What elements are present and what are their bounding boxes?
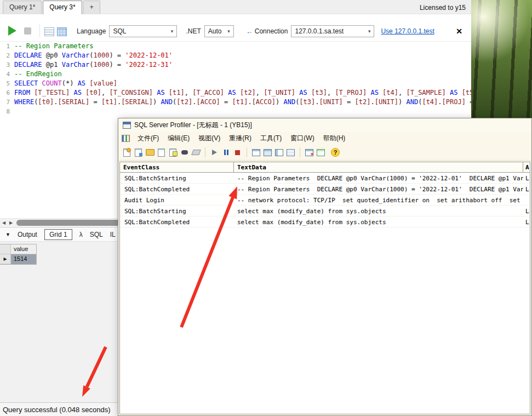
result-grid-data-row[interactable]: ▶ 1514 xyxy=(0,254,36,264)
stop-button[interactable] xyxy=(20,24,35,38)
code-token: . xyxy=(315,98,319,106)
code-token: = xyxy=(89,98,101,106)
line-number: 8 xyxy=(0,107,14,116)
trace-textdata-cell: -- Region Parameters DECLARE @p0 VarChar… xyxy=(234,184,523,194)
query-tab-query-1[interactable]: Query 1* xyxy=(3,1,42,14)
trace-column-header-1[interactable]: EventClass xyxy=(120,162,234,172)
code-token: VarChar xyxy=(62,52,90,59)
trace-document-icon[interactable] xyxy=(122,135,130,142)
editor-line[interactable]: 4-- EndRegion xyxy=(0,70,471,79)
results-grid-view-icon[interactable] xyxy=(57,27,67,36)
language-select[interactable]: SQL ▾ xyxy=(109,25,177,37)
code-token: [t1] xyxy=(232,98,248,106)
grouped-view-icon[interactable] xyxy=(286,148,295,157)
code-text: -- Region Parameters xyxy=(14,42,94,51)
window-view-icon-1[interactable] xyxy=(251,148,261,157)
play-icon xyxy=(8,26,16,36)
code-token: VarChar xyxy=(62,61,90,69)
editor-line[interactable]: 8 xyxy=(0,107,471,116)
profiler-menu-item-6[interactable]: 窗口(W) xyxy=(286,132,318,145)
stop-trace-icon[interactable] xyxy=(233,148,242,157)
close-query-icon[interactable]: ✕ xyxy=(456,27,462,36)
code-token: [t0] xyxy=(85,89,101,96)
code-token: ) xyxy=(153,98,161,106)
dotnet-select[interactable]: Auto ▾ xyxy=(204,25,234,37)
profiler-menu-item-2[interactable]: 编辑(E) xyxy=(163,132,194,145)
find-icon[interactable] xyxy=(180,148,189,157)
profiler-title-bar[interactable]: SQL Server Profiler - [无标题 - 1 (YB15)] xyxy=(118,118,531,132)
profiler-menu-item-3[interactable]: 视图(V) xyxy=(194,132,225,145)
line-number: 3 xyxy=(0,60,14,70)
use-connection-link[interactable]: Use 127.0.0.1.test xyxy=(381,27,434,35)
start-trace-icon[interactable] xyxy=(210,148,219,157)
clear-window-icon[interactable] xyxy=(305,148,314,157)
code-token: [ACCO] xyxy=(196,98,220,106)
grid-cell-value[interactable]: 1514 xyxy=(11,254,36,264)
save-trace-icon[interactable] xyxy=(157,148,166,157)
trace-textdata-cell: select max (modify_date) from sys.object… xyxy=(234,206,523,216)
grid-corner-cell[interactable] xyxy=(0,244,11,254)
open-trace-icon[interactable] xyxy=(145,148,155,157)
trace-column-header-3[interactable]: A xyxy=(523,162,530,172)
filter-icon[interactable] xyxy=(316,148,325,157)
editor-line[interactable]: 6FROM [T_TESTL] AS [t0], [T_CONSIGN] AS … xyxy=(0,88,471,98)
profiler-menu-item-1[interactable]: 文件(F) xyxy=(133,132,163,145)
code-token: = xyxy=(466,98,471,106)
output-tab-grid-1[interactable]: Grid 1 xyxy=(44,229,72,240)
trace-grid-empty-area xyxy=(120,227,530,414)
code-token: . xyxy=(54,98,58,106)
help-icon[interactable]: ? xyxy=(331,148,340,157)
code-token: -- EndRegion xyxy=(14,70,62,78)
editor-line[interactable]: 5SELECT COUNT(*) AS [value] xyxy=(0,79,471,88)
trace-row[interactable]: SQL:BatchCompleted-- Region Parameters D… xyxy=(120,184,530,195)
code-token: [T_ACCO] xyxy=(192,89,224,96)
code-token: [SERIAL] xyxy=(58,98,90,106)
code-token: AND xyxy=(283,98,295,106)
trace-row[interactable]: Audit Login-- network protocol: TCP/IP s… xyxy=(120,195,530,206)
trace-eventclass-cell: SQL:BatchStarting xyxy=(120,206,234,216)
collapse-panel-icon[interactable]: ▼ xyxy=(5,232,10,237)
profiler-menu-item-4[interactable]: 重播(R) xyxy=(225,132,256,145)
code-token: ( xyxy=(89,52,93,59)
code-token: COUNT xyxy=(42,79,62,87)
code-token: AS xyxy=(157,89,164,96)
grid-column-header[interactable]: value xyxy=(11,244,36,254)
connection-select[interactable]: 127.0.0.1.sa.test ▾ xyxy=(291,25,374,37)
new-template-icon[interactable] xyxy=(134,148,143,157)
query-tab-new-tab[interactable]: + xyxy=(83,1,100,14)
autoscroll-icon[interactable] xyxy=(274,148,284,157)
toolbar-separator xyxy=(39,24,40,37)
trace-row[interactable]: SQL:BatchStartingselect max (modify_date… xyxy=(120,206,530,216)
editor-line[interactable]: 3DECLARE @p1 VarChar(1000) = '2022-12-31… xyxy=(0,60,471,70)
output-tab-sql[interactable]: SQL xyxy=(90,231,103,238)
profiler-menu-item-7[interactable]: 帮助(H) xyxy=(319,132,350,145)
row-marker-icon[interactable]: ▶ xyxy=(0,254,11,264)
code-token: ( xyxy=(89,61,93,69)
trace-row[interactable]: SQL:BatchCompletedselect max (modify_dat… xyxy=(120,216,530,227)
code-text: FROM [T_TESTL] AS [t0], [T_CONSIGN] AS [… xyxy=(14,88,471,98)
new-trace-icon[interactable] xyxy=(122,148,131,157)
trace-properties-icon[interactable] xyxy=(168,148,178,157)
scroll-left-icon[interactable]: ◀ xyxy=(0,219,8,227)
scroll-right-icon[interactable]: ▶ xyxy=(7,219,15,227)
output-tab-il[interactable]: IL xyxy=(110,231,116,238)
code-token: , xyxy=(101,89,109,96)
editor-line[interactable]: 2DECLARE @p0 VarChar(1000) = '2022-12-01… xyxy=(0,51,471,60)
code-token xyxy=(236,89,240,96)
dotnet-value: Auto xyxy=(208,27,225,35)
run-button[interactable] xyxy=(4,24,20,38)
code-token: '2022-12-31' xyxy=(125,61,173,69)
editor-line[interactable]: 1-- Region Parameters xyxy=(0,42,471,51)
output-tab-lambda[interactable]: λ xyxy=(79,231,83,238)
editor-line[interactable]: 7WHERE([t0].[SERIAL] = [t1].[SERIAL]) AN… xyxy=(0,98,471,107)
code-token: [t1] xyxy=(169,89,185,96)
results-text-view-icon[interactable] xyxy=(44,27,54,36)
clear-trace-icon[interactable] xyxy=(191,148,201,157)
pause-trace-icon[interactable] xyxy=(221,148,231,157)
output-tab-output[interactable]: Output xyxy=(18,231,37,238)
window-view-icon-2[interactable] xyxy=(263,148,272,157)
profiler-menu-item-5[interactable]: 工具(T) xyxy=(256,132,286,145)
query-tab-query-3[interactable]: Query 3* xyxy=(43,1,82,14)
trace-column-header-2[interactable]: TextData xyxy=(234,162,523,172)
trace-row[interactable]: SQL:BatchStarting-- Region Parameters DE… xyxy=(120,173,530,184)
